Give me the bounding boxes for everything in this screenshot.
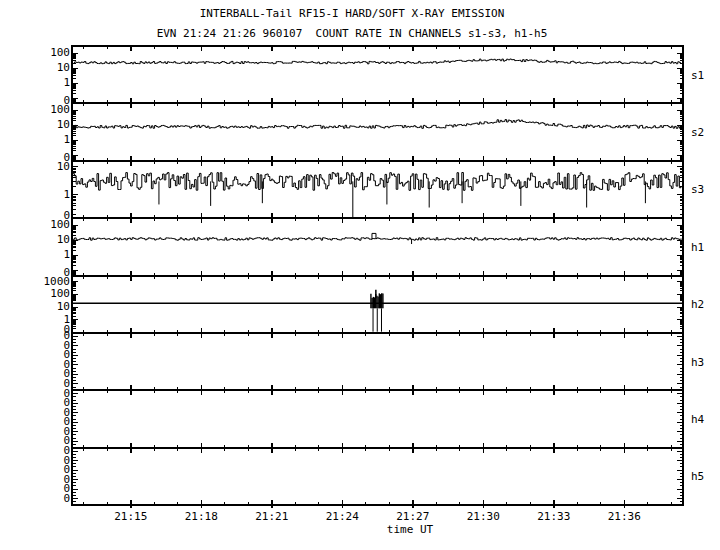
ytick-label-s2: 10: [8, 120, 70, 130]
ytick-label-h5: 0: [8, 446, 70, 456]
trace-s1: [73, 59, 681, 64]
ytick-label-h2: 1: [8, 315, 70, 325]
xray-emission-plot: INTERBALL-Tail RF15-I HARD/SOFT X-RAY EM…: [0, 0, 720, 550]
ytick-label-s3: 10: [8, 162, 70, 172]
channel-label-s2: s2: [691, 126, 704, 139]
xtick-label: 21:27: [396, 510, 429, 523]
ytick-label-h1: 1: [8, 250, 70, 260]
xtick-label: 21:21: [255, 510, 288, 523]
ytick-label-h4: 0: [8, 408, 70, 418]
ytick-label-h2: 100: [8, 289, 70, 299]
ytick-label-s2: 1: [8, 135, 70, 145]
ytick-label-h3: 0: [8, 379, 70, 389]
axis-ticks: [72, 46, 683, 508]
ytick-label-s1: 10: [8, 63, 70, 73]
ytick-label-h4: 0: [8, 398, 70, 408]
xtick-label: 21:30: [467, 510, 500, 523]
ytick-label-h4: 0: [8, 436, 70, 446]
ytick-label-h5: 0: [8, 475, 70, 485]
ytick-label-s1: 1: [8, 78, 70, 88]
channel-label-h5: h5: [691, 470, 704, 483]
channel-label-h4: h4: [691, 412, 704, 425]
ytick-label-h5: 0: [8, 494, 70, 504]
ytick-label-h1: 100: [8, 220, 70, 230]
xtick-label: 21:33: [537, 510, 570, 523]
trace-h1: [73, 238, 681, 241]
ytick-label-h1: 10: [8, 235, 70, 245]
ytick-label-s2: 100: [8, 105, 70, 115]
ytick-label-h2: 1000: [8, 277, 70, 287]
xtick-label: 21:24: [326, 510, 359, 523]
channel-label-h2: h2: [691, 298, 704, 311]
channel-label-h3: h3: [691, 355, 704, 368]
channel-label-s3: s3: [691, 183, 704, 196]
ytick-label-h4: 0: [8, 389, 70, 399]
xtick-label: 21:15: [114, 510, 147, 523]
ytick-label-h3: 0: [8, 341, 70, 351]
ytick-label-h3: 0: [8, 350, 70, 360]
xtick-label: 21:18: [185, 510, 218, 523]
data-traces: [72, 59, 683, 332]
channel-label-h1: h1: [691, 240, 704, 253]
ytick-label-h3: 0: [8, 331, 70, 341]
xtick-label: 21:36: [608, 510, 641, 523]
trace-s2: [73, 120, 681, 129]
ytick-label-h2: 10: [8, 302, 70, 312]
multipanel-chart-canvas: [0, 0, 720, 550]
ytick-label-h5: 0: [8, 465, 70, 475]
ytick-label-h4: 0: [8, 417, 70, 427]
channel-label-s1: s1: [691, 68, 704, 81]
ytick-label-h3: 0: [8, 369, 70, 379]
ytick-label-h5: 0: [8, 456, 70, 466]
ytick-label-h4: 0: [8, 427, 70, 437]
trace-s3: [73, 173, 681, 191]
ytick-label-s1: 100: [8, 48, 70, 58]
panel-borders: [71, 45, 684, 506]
x-axis-title: time UT: [387, 523, 433, 536]
ytick-label-h5: 0: [8, 484, 70, 494]
ytick-label-s3: 1: [8, 190, 70, 200]
ytick-label-h3: 0: [8, 360, 70, 370]
